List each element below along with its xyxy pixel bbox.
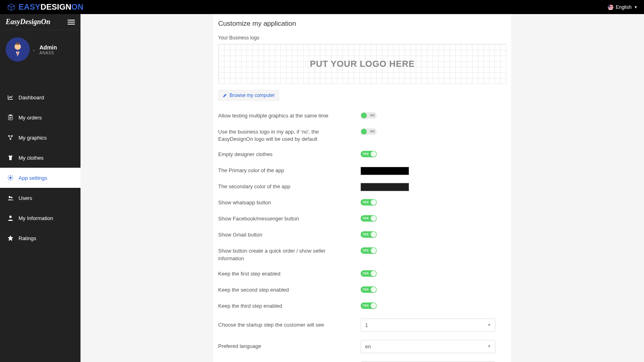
setting-label: Prefered language	[218, 343, 361, 350]
logo-dropzone[interactable]: PUT YOUR LOGO HERE	[218, 44, 506, 84]
users-icon	[7, 195, 14, 201]
toggle-text: YES	[363, 247, 369, 254]
toggle-switch[interactable]: YES	[361, 302, 377, 309]
toggle-text: NO	[370, 128, 375, 135]
browse-button-label: Browse my computer	[229, 93, 275, 98]
sidebar-item-label: My Information	[19, 215, 53, 221]
toggle-switch[interactable]: YES	[361, 286, 377, 293]
toggle-knob	[371, 303, 376, 309]
caret-down-icon: ▼	[634, 5, 638, 9]
toggle-switch[interactable]: YES	[361, 151, 377, 157]
avatar-icon	[6, 37, 30, 62]
setting-control: 1▼	[361, 319, 506, 332]
setting-label: Use the business logo in my app, if 'no'…	[218, 128, 361, 143]
toggle-knob	[371, 216, 376, 221]
svg-point-7	[10, 177, 11, 179]
toggle-switch[interactable]: YES	[361, 247, 377, 254]
brand-wordmark: EASYDESIGNON	[19, 2, 83, 12]
toggle-text: YES	[363, 151, 369, 157]
setting-control: NO	[361, 112, 506, 120]
toggle-switch[interactable]: NO	[361, 128, 377, 135]
sidebar-item-ratings[interactable]: Ratings	[0, 228, 80, 248]
setting-row: Keep the third step enabledYES	[218, 302, 506, 311]
toggle-switch[interactable]: YES	[361, 215, 377, 222]
setting-control: NO	[361, 128, 506, 136]
toggle-knob	[371, 200, 376, 205]
setting-label: Empty designer clothes	[218, 151, 361, 158]
gear-icon	[7, 175, 14, 181]
setting-row: Show Gmail buttonYES	[218, 231, 506, 239]
brand-logo: EASYDESIGNON	[6, 2, 83, 12]
color-swatch[interactable]	[361, 167, 409, 175]
sidebar-item-graphics[interactable]: My graphics	[0, 128, 80, 148]
select-dropdown[interactable]: en▼	[361, 340, 495, 353]
setting-row: Allow testing multiple graphics at the s…	[218, 112, 506, 120]
sidebar-item-users[interactable]: Users	[0, 188, 80, 208]
setting-row: Choose the startup step the customer wil…	[218, 319, 506, 332]
toggle-text: YES	[363, 199, 369, 206]
toggle-switch[interactable]: YES	[361, 270, 377, 277]
setting-control: YES	[361, 151, 506, 159]
logo-placeholder-text: PUT YOUR LOGO HERE	[310, 59, 415, 69]
svg-point-8	[9, 196, 11, 198]
sidebar-item-label: My orders	[19, 115, 42, 121]
toggle-knob	[371, 232, 376, 237]
setting-label: Keep the first step enabled	[218, 270, 361, 278]
toggle-text: YES	[363, 302, 369, 309]
setting-row: Show whatsapp buttonYES	[218, 199, 506, 207]
sidebar-item-label: My clothes	[19, 155, 43, 161]
main-content: Customize my application Your Business l…	[80, 14, 644, 362]
setting-control: YES	[361, 302, 506, 311]
toggle-knob	[361, 129, 367, 134]
menu-toggle-button[interactable]	[68, 19, 75, 26]
browse-button[interactable]: Browse my computer	[218, 90, 279, 101]
setting-label: The Primary color of the app	[218, 167, 361, 174]
pencil-icon	[223, 93, 227, 98]
brand-on: ON	[71, 2, 83, 11]
setting-row: Show button create a quick order / show …	[218, 247, 506, 262]
vector-icon	[7, 134, 14, 141]
language-selector[interactable]: English ▼	[608, 4, 638, 10]
chevron-down-icon: ⌄	[32, 47, 35, 52]
sidebar-item-label: Dashboard	[19, 95, 44, 101]
toggle-switch[interactable]: YES	[361, 231, 377, 238]
user-icon	[7, 215, 14, 221]
select-dropdown[interactable]: 1▼	[361, 319, 495, 332]
setting-row: Keep the second step enabledYES	[218, 286, 506, 294]
toggle-text: YES	[363, 270, 369, 277]
star-icon	[7, 235, 14, 241]
sidebar-item-app-settings[interactable]: App settings	[0, 168, 80, 188]
setting-control: YES	[361, 247, 506, 255]
sidebar-item-dashboard[interactable]: Dashboard	[0, 87, 80, 107]
setting-label: Show whatsapp button	[218, 199, 361, 206]
setting-label: Show Gmail button	[218, 231, 361, 239]
svg-rect-1	[17, 43, 19, 45]
sidebar-item-clothes[interactable]: My clothes	[0, 148, 80, 168]
user-block[interactable]: ⌄ Admin ANASS	[0, 30, 80, 71]
tshirt-icon	[7, 154, 14, 161]
language-label: English	[616, 4, 632, 10]
sidebar-brand: EasyDesignOn	[6, 18, 50, 26]
setting-row: Empty designer clothesYES	[218, 151, 506, 159]
sidebar-nav: Dashboard My orders My graphics My cloth…	[0, 87, 80, 248]
topbar: EASYDESIGNON English ▼	[0, 0, 644, 14]
setting-control: YES	[361, 215, 506, 223]
sidebar-item-my-info[interactable]: My Information	[0, 208, 80, 228]
color-swatch[interactable]	[361, 183, 409, 191]
sidebar-item-label: My graphics	[19, 135, 47, 141]
toggle-switch[interactable]: NO	[361, 112, 377, 119]
caret-down-icon: ▼	[487, 323, 491, 327]
setting-control	[361, 183, 506, 191]
user-subname: ANASS	[39, 51, 57, 55]
sidebar-item-orders[interactable]: My orders	[0, 107, 80, 128]
toggle-switch[interactable]: YES	[361, 199, 377, 206]
sidebar-item-label: App settings	[19, 175, 47, 181]
setting-row: The secondary color of the app	[218, 183, 506, 191]
business-logo-label: Your Business logo	[218, 35, 506, 41]
sidebar-header: EasyDesignOn	[0, 14, 80, 30]
sidebar: EasyDesignOn ⌄ Admin ANASS Dashboard My …	[0, 14, 80, 362]
toggle-knob	[371, 287, 376, 292]
select-value: en	[365, 343, 371, 350]
toggle-text: YES	[363, 215, 369, 222]
caret-down-icon: ▼	[487, 344, 491, 348]
